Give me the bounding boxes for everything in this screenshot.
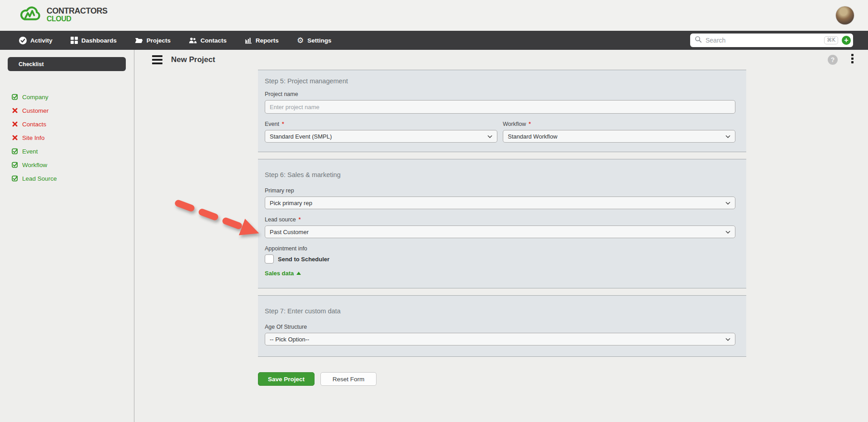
- content-header: New Project ?: [134, 50, 868, 70]
- step-7-section: Step 7: Enter custom data Age Of Structu…: [258, 295, 746, 357]
- gear-icon: ⚙: [297, 37, 304, 44]
- nav-item-contacts[interactable]: Contacts: [189, 37, 227, 44]
- event-select-value: Standard Event (SMPL): [270, 133, 487, 140]
- checklist-header-button[interactable]: Checklist: [8, 57, 126, 71]
- keyboard-shortcut-badge: ⌘K: [824, 36, 838, 44]
- people-icon: [189, 37, 197, 44]
- global-search[interactable]: ⌘K +: [690, 34, 853, 47]
- check-circle-icon: [19, 37, 27, 44]
- sales-data-toggle[interactable]: Sales data: [265, 270, 301, 277]
- checklist-item-contacts[interactable]: Contacts: [11, 117, 134, 131]
- step-5-section: Step 5: Project management Project name …: [258, 70, 746, 152]
- search-input[interactable]: [706, 37, 820, 44]
- age-of-structure-select-value: -- Pick Option--: [270, 336, 725, 343]
- event-label: Event: [265, 121, 279, 127]
- chevron-down-icon: [725, 335, 730, 343]
- chevron-down-icon: [725, 228, 730, 236]
- checklist-label: Workflow: [22, 162, 47, 168]
- required-mark: *: [299, 216, 301, 223]
- checklist-item-workflow[interactable]: Workflow: [11, 158, 134, 172]
- reset-form-button[interactable]: Reset Form: [320, 372, 377, 386]
- checklist-label: Event: [22, 148, 38, 155]
- checkbox-check-icon: [11, 148, 18, 154]
- send-to-scheduler-checkbox[interactable]: [265, 254, 274, 264]
- nav-label: Contacts: [200, 37, 227, 44]
- main-content: New Project ? Step 5: Project management…: [134, 50, 868, 422]
- bar-chart-icon: [245, 37, 252, 44]
- checklist-title: Checklist: [19, 61, 44, 67]
- checklist-item-site-info[interactable]: Site Info: [11, 131, 134, 144]
- brand-name: CONTRACTORS CLOUD: [47, 7, 107, 23]
- appointment-info-label: Appointment info: [265, 245, 307, 252]
- form-actions: Save Project Reset Form: [258, 372, 746, 386]
- nav-item-activity[interactable]: Activity: [19, 37, 52, 44]
- checklist-item-event[interactable]: Event: [11, 144, 134, 158]
- checklist-item-company[interactable]: Company: [11, 90, 134, 104]
- project-name-label: Project name: [265, 91, 298, 97]
- checklist-label: Customer: [22, 107, 49, 114]
- step-7-title: Step 7: Enter custom data: [265, 307, 735, 315]
- x-mark-icon: [11, 108, 18, 113]
- new-project-form: Step 5: Project management Project name …: [258, 70, 746, 386]
- folder-icon: [135, 37, 143, 44]
- age-of-structure-label: Age Of Structure: [265, 324, 307, 330]
- lead-source-select[interactable]: Past Customer: [265, 225, 735, 238]
- event-select[interactable]: Standard Event (SMPL): [265, 130, 497, 143]
- step-5-title: Step 5: Project management: [265, 77, 735, 85]
- brand-line1: CONTRACTORS: [47, 7, 107, 15]
- checklist-sidebar: Checklist Company Customer Contacts Site…: [0, 50, 134, 422]
- nav-item-dashboards[interactable]: Dashboards: [71, 37, 117, 44]
- help-icon[interactable]: ?: [828, 55, 838, 65]
- workflow-select[interactable]: Standard Workflow: [503, 130, 735, 143]
- save-project-button[interactable]: Save Project: [258, 372, 315, 386]
- checklist-label: Site Info: [22, 134, 45, 141]
- checklist-item-lead-source[interactable]: Lead Source: [11, 172, 134, 185]
- nav-label: Settings: [307, 37, 331, 44]
- lead-source-select-value: Past Customer: [270, 229, 725, 235]
- sales-data-label: Sales data: [265, 270, 294, 277]
- required-mark: *: [529, 121, 531, 127]
- workflow-label: Workflow: [503, 121, 526, 127]
- lead-source-label: Lead source: [265, 216, 296, 223]
- cloud-logo-icon: [18, 5, 43, 24]
- checkbox-check-icon: [11, 94, 18, 100]
- brand-logo[interactable]: CONTRACTORS CLOUD: [18, 5, 107, 24]
- chevron-up-icon: [296, 272, 301, 275]
- menu-toggle-icon[interactable]: [152, 55, 162, 64]
- nav-item-projects[interactable]: Projects: [135, 37, 171, 44]
- top-header: CONTRACTORS CLOUD: [0, 0, 868, 31]
- add-new-button[interactable]: +: [842, 36, 851, 45]
- x-mark-icon: [11, 135, 18, 140]
- nav-label: Activity: [30, 37, 52, 44]
- required-mark: *: [282, 121, 284, 127]
- user-avatar[interactable]: [836, 6, 854, 24]
- primary-rep-select-value: Pick primary rep: [270, 200, 725, 206]
- main-navigation: Activity Dashboards Projects Contacts: [0, 31, 868, 50]
- x-mark-icon: [11, 121, 18, 127]
- chevron-down-icon: [725, 199, 730, 207]
- nav-item-reports[interactable]: Reports: [245, 37, 279, 44]
- primary-rep-select[interactable]: Pick primary rep: [265, 197, 735, 209]
- primary-rep-label: Primary rep: [265, 187, 294, 194]
- nav-label: Projects: [147, 37, 171, 44]
- search-icon: [695, 36, 702, 45]
- age-of-structure-select[interactable]: -- Pick Option--: [265, 333, 735, 345]
- page-title: New Project: [171, 55, 215, 64]
- project-name-input[interactable]: [265, 100, 735, 114]
- send-to-scheduler-label: Send to Scheduler: [278, 256, 329, 263]
- nav-label: Dashboards: [81, 37, 117, 44]
- checklist-item-customer[interactable]: Customer: [11, 104, 134, 117]
- checklist-label: Company: [22, 94, 48, 101]
- step-6-section: Step 6: Sales & marketing Primary rep Pi…: [258, 159, 746, 288]
- nav-label: Reports: [256, 37, 279, 44]
- nav-item-settings[interactable]: ⚙ Settings: [297, 37, 332, 44]
- brand-line2: CLOUD: [47, 15, 107, 23]
- grid-icon: [71, 37, 78, 44]
- checklist-label: Lead Source: [22, 175, 57, 182]
- chevron-down-icon: [487, 132, 492, 140]
- kebab-menu-icon[interactable]: [851, 54, 854, 63]
- chevron-down-icon: [725, 132, 730, 140]
- checklist-items: Company Customer Contacts Site Info Even…: [0, 90, 134, 185]
- step-6-title: Step 6: Sales & marketing: [265, 171, 735, 178]
- checkbox-check-icon: [11, 162, 18, 168]
